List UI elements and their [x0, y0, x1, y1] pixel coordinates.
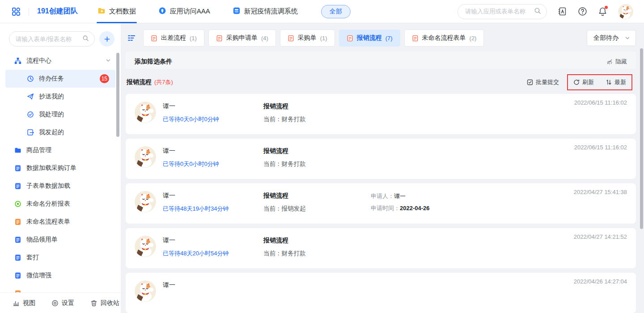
apply-time-value: 2022-04-26: [400, 205, 430, 211]
sidebar-item-partial[interactable]: [0, 284, 121, 292]
app-window: 191创建团队 文档数据 应用访问AAA 新冠疫情流调系统 全部: [0, 0, 644, 313]
current-node: 当前：财务打款: [263, 115, 371, 123]
task-timestamp: 2022/04/27 14:21:52: [574, 233, 627, 240]
avatar: [135, 146, 156, 168]
chevron-down-icon[interactable]: [106, 57, 111, 64]
avatar: [135, 280, 156, 302]
flow-name: 报销流程: [263, 237, 371, 245]
task-card[interactable]: 谭一 已等待0天0小时0分钟 报销流程 当前：财务打款 2022/06/15 1…: [126, 139, 636, 179]
filter-panel: 添加筛选条件 隐藏 添加字段筛选条件 筛选: [126, 52, 636, 69]
applicant-name: 谭一: [163, 147, 263, 155]
sidebar-item-product-mgmt[interactable]: 商品管理: [0, 141, 121, 159]
tab-business-trip[interactable]: 出差流程 (1): [143, 30, 204, 47]
recycle-bin-button[interactable]: 回收站: [90, 299, 119, 307]
sidebar-footer: 视图 设置 回收站: [0, 292, 121, 313]
search-icon: [82, 35, 89, 43]
task-timestamp: 2022/04/27 15:41:38: [574, 189, 627, 195]
current-node: 当前：财务打款: [263, 250, 371, 258]
sidebar-tree: 流程中心 待办任务 15 抄送我的 我处理的: [0, 52, 121, 292]
applicant-name: 谭一: [163, 281, 263, 289]
task-card[interactable]: 谭一 已等待0天0小时0分钟 报销流程 当前：财务打款 2022/06/15 1…: [126, 94, 636, 134]
task-card[interactable]: 谭一 已等待48天20小时54分钟 报销流程 当前：财务打款 2022/04/2…: [126, 228, 636, 268]
global-search[interactable]: [458, 4, 547, 19]
waiting-duration: 已等待48天19小时34分钟: [163, 205, 263, 213]
notification-dot: [605, 6, 608, 9]
tab-reimbursement[interactable]: 报销流程 (7): [339, 30, 400, 47]
group-label: 流程中心: [26, 57, 101, 65]
sidebar-group-process-center[interactable]: 流程中心: [0, 52, 121, 70]
avatar: [135, 236, 156, 257]
eye-off-icon: [606, 59, 613, 65]
task-timestamp: 2022/06/15 11:16:02: [574, 99, 627, 106]
sidebar-item-data-load-po[interactable]: 数据加载采购订单: [0, 159, 121, 177]
waiting-duration: 已等待0天0小时0分钟: [163, 115, 263, 123]
nav-app-docs[interactable]: 文档数据: [97, 0, 137, 23]
help-icon[interactable]: [578, 7, 587, 16]
hide-filter-link[interactable]: 隐藏: [606, 58, 627, 66]
list-count: (共7条): [154, 78, 173, 86]
todo-count-badge: 15: [100, 74, 109, 83]
nav-apps: 文档数据 应用访问AAA 新冠疫情流调系统: [97, 0, 319, 23]
task-card[interactable]: 谭一 已等待48天19小时34分钟 报销流程 当前：报销发起 申请人：谭一 申请…: [126, 183, 636, 224]
workspace-name[interactable]: 191创建团队: [37, 7, 78, 16]
current-node: 当前：财务打款: [263, 160, 371, 168]
folder-yellow-icon: [97, 7, 106, 16]
tab-unnamed-process-form[interactable]: 未命名流程表单 (2): [404, 30, 484, 47]
add-button[interactable]: [99, 31, 114, 47]
chevron-down-icon: [625, 35, 630, 41]
filter-list-icon[interactable]: [126, 32, 137, 44]
sidebar-item-started-by-me[interactable]: 我发起的: [0, 123, 121, 141]
applicant-name: 谭一: [163, 102, 263, 110]
todo-filter-dropdown[interactable]: 全部待办: [587, 30, 636, 46]
sidebar-item-todo-tasks[interactable]: 待办任务 15: [5, 70, 115, 88]
sidebar-item-unnamed-report[interactable]: 未命名分析报表: [0, 195, 121, 213]
avatar: [135, 102, 156, 123]
tab-purchase-order[interactable]: 采购单 (1): [280, 30, 335, 47]
all-apps-pill[interactable]: 全部: [321, 5, 351, 18]
global-search-input[interactable]: [465, 8, 534, 15]
batch-submit-button[interactable]: 批量提交: [527, 78, 559, 86]
sidebar-item-handled-by-me[interactable]: 我处理的: [0, 106, 121, 123]
flow-name: 报销流程: [263, 147, 371, 155]
waiting-duration: 已等待48天20小时54分钟: [163, 250, 263, 258]
sidebar-item-item-requisition[interactable]: 物品领用单: [0, 231, 121, 249]
sidebar-item-print-template[interactable]: 套打: [0, 249, 121, 266]
task-timestamp: 2022/04/26 14:27:04: [574, 278, 627, 285]
views-button[interactable]: 视图: [13, 299, 35, 307]
divider: [29, 8, 29, 16]
applicant-name: 谭一: [163, 192, 263, 200]
sidebar-item-subform-data-load[interactable]: 子表单数据加载: [0, 177, 121, 195]
sidebar-item-unnamed-process-form[interactable]: 未命名流程表单: [0, 213, 121, 231]
refresh-button[interactable]: 刷新: [573, 78, 594, 86]
nav-app-label: 新冠疫情流调系统: [244, 7, 298, 16]
pin-circle-icon: [158, 7, 166, 16]
form-tabs-row: 出差流程 (1) 采购申请单 (4) 采购单 (1) 报销流程 (7): [126, 30, 636, 47]
checkbox-icon: [527, 79, 533, 85]
nav-app-access[interactable]: 应用访问AAA: [157, 0, 211, 23]
user-avatar[interactable]: [618, 4, 633, 19]
task-card[interactable]: 谭一 2022/04/26 14:27:04: [126, 273, 636, 313]
settings-button[interactable]: 设置: [51, 299, 74, 307]
apply-time-label: 申请时间：: [371, 205, 400, 211]
filter-title: 添加筛选条件: [135, 58, 172, 66]
applicant-value: 谭一: [394, 193, 406, 199]
sort-latest-button[interactable]: 最新: [606, 78, 626, 86]
bell-icon[interactable]: [598, 7, 607, 16]
main-scrollbar[interactable]: [640, 48, 643, 229]
applicant-label: 申请人：: [371, 193, 394, 199]
main-panel: 出差流程 (1) 采购申请单 (4) 采购单 (1) 报销流程 (7): [121, 23, 644, 313]
sidebar-search-input[interactable]: [16, 36, 82, 42]
task-timestamp: 2022/06/15 11:16:02: [574, 144, 627, 151]
sidebar-scrollbar[interactable]: [116, 53, 119, 137]
nav-app-label: 应用访问AAA: [170, 7, 210, 16]
tab-purchase-request[interactable]: 采购申请单 (4): [208, 30, 276, 47]
nav-app-covid[interactable]: 新冠疫情流调系统: [232, 0, 299, 23]
app-launcher-grid-icon[interactable]: [12, 7, 21, 16]
topbar: 191创建团队 文档数据 应用访问AAA 新冠疫情流调系统 全部: [0, 0, 644, 23]
contacts-icon[interactable]: [558, 7, 567, 16]
flow-name: 报销流程: [263, 102, 371, 110]
nav-app-label: 文档数据: [109, 7, 136, 16]
sidebar-item-cc-to-me[interactable]: 抄送我的: [0, 88, 121, 106]
sidebar-item-wechat-enhance[interactable]: 微信增强: [0, 266, 121, 284]
sidebar-search[interactable]: [9, 31, 95, 47]
